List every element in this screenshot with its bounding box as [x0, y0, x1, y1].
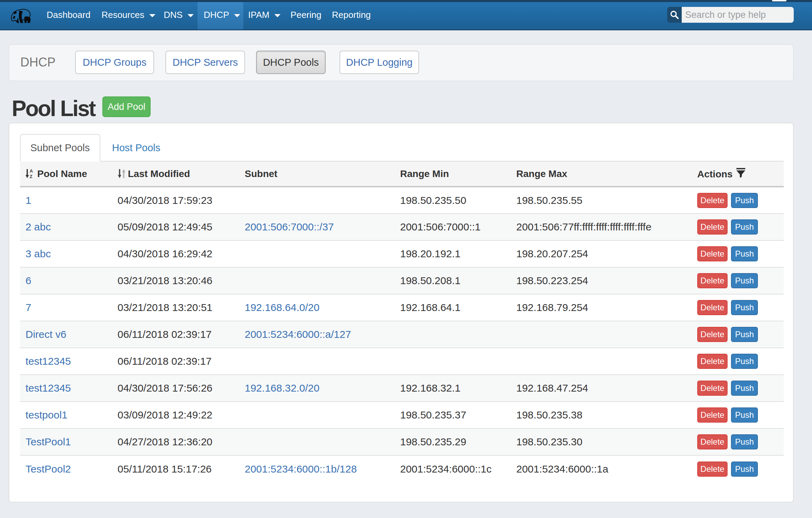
svg-text:A: A: [30, 169, 33, 174]
svg-text:Z: Z: [30, 174, 32, 178]
